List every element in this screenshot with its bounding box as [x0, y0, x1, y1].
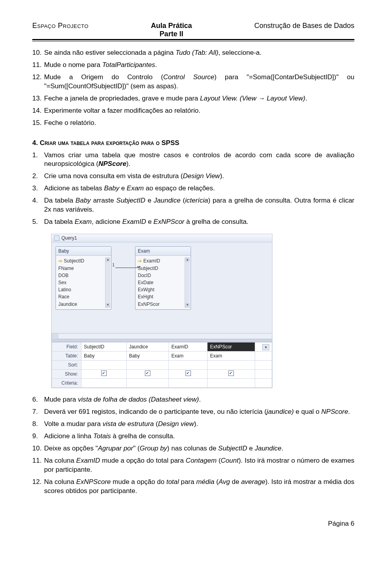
grid-cell[interactable]: Jaundice [126, 342, 169, 352]
grid-cell[interactable] [126, 361, 169, 370]
txt: Deverá ver 691 registos, indicando de o … [44, 408, 354, 417]
page-header: Espaço Projecto Aula Prática Parte II Co… [32, 22, 354, 38]
num: 7. [32, 408, 44, 417]
content: 10.Se ainda não estiver seleccionada a p… [32, 48, 354, 528]
baby-field[interactable]: DOB [58, 272, 104, 279]
access-query-figure: Query1 Baby SubjectID FName DOB Sex Lati… [51, 234, 272, 388]
relationship-line[interactable] [115, 268, 137, 268]
grid-cell[interactable]: Exam [208, 352, 255, 361]
grid-cell[interactable] [82, 379, 127, 388]
grid-cell[interactable] [208, 379, 255, 388]
grid-cell[interactable] [126, 379, 169, 388]
num: 1. [32, 151, 44, 169]
baby-field[interactable]: Sex [58, 279, 104, 286]
grid-cell[interactable] [82, 370, 127, 379]
grid-cell[interactable]: SubjectID [82, 342, 127, 352]
txt: Se ainda não estiver seleccionada a pági… [44, 48, 354, 58]
dropdown-icon[interactable]: ▾ [262, 344, 269, 350]
txt: Mude a Origem do Controlo (Control Sourc… [44, 73, 354, 91]
exam-field[interactable]: ExWght [138, 286, 184, 293]
num: 11. [32, 61, 44, 70]
grid-cell[interactable] [169, 361, 208, 370]
grid-cell[interactable] [255, 379, 272, 388]
h-scrollbar[interactable] [52, 333, 272, 339]
num: 4. [32, 196, 44, 214]
page-footer: Página 6 [32, 519, 354, 528]
grid-cell[interactable] [255, 361, 272, 370]
exam-field[interactable]: ExamID [138, 257, 184, 264]
header-center: Aula Prática Parte II [151, 22, 192, 38]
section-4-title: 4. Criar uma tabela para exportação para… [32, 139, 354, 148]
grid-cell[interactable] [208, 370, 255, 379]
query-tab[interactable]: Query1 [52, 234, 272, 242]
grid-cell[interactable]: ExamID [169, 342, 208, 352]
table-exam-title: Exam [135, 247, 191, 256]
grid-cell[interactable] [169, 370, 208, 379]
splitter[interactable] [52, 339, 272, 342]
txt: Volte a mudar para vista de estrutura (D… [44, 420, 354, 429]
table-baby-title: Baby [56, 247, 111, 256]
exam-field[interactable]: SubjectID [138, 265, 184, 272]
grid-cell[interactable] [255, 370, 272, 379]
txt: Feche o relatório. [44, 119, 354, 128]
baby-field[interactable]: Jaundice [58, 301, 104, 308]
grid-cell[interactable] [208, 361, 255, 370]
table-exam[interactable]: Exam ExamID SubjectID DocID ExDate ExWgh… [135, 246, 191, 310]
header-right: Construção de Bases de Dados [254, 22, 354, 30]
txt: Adicione a linha Totais à grelha de cons… [44, 432, 354, 441]
num: 6. [32, 395, 44, 404]
grid-cell[interactable] [82, 361, 127, 370]
txt: Feche a janela de propriedades, grave e … [44, 94, 354, 103]
scrollbar[interactable]: ▲▼ [105, 257, 110, 307]
scroll-down-icon[interactable]: ▼ [185, 303, 190, 308]
checkbox-icon[interactable] [101, 370, 107, 376]
scrollbar[interactable]: ▲▼ [185, 257, 190, 307]
grid-cell[interactable] [169, 379, 208, 388]
scroll-up-icon[interactable]: ▲ [106, 257, 110, 262]
txt: Da tabela Baby arraste SubjectID e Jaund… [44, 196, 354, 214]
table-baby[interactable]: Baby SubjectID FName DOB Sex Latino Race… [56, 246, 111, 310]
key-icon [138, 259, 142, 263]
baby-field[interactable]: FName [58, 265, 104, 272]
exam-field[interactable]: DocID [138, 272, 184, 279]
grid-label-show: Show: [52, 370, 82, 379]
checkbox-icon[interactable] [185, 370, 191, 376]
scroll-down-icon[interactable]: ▼ [106, 303, 110, 308]
grid-cell[interactable]: Baby [82, 352, 127, 361]
grid-cell[interactable] [126, 370, 169, 379]
checkbox-icon[interactable] [228, 370, 234, 376]
num: 12. [32, 73, 44, 91]
section-bold: SPSS [159, 139, 179, 147]
relationship-pane[interactable]: Baby SubjectID FName DOB Sex Latino Race… [52, 242, 272, 333]
list-b: 1.Vamos criar uma tabela que mostre caso… [32, 151, 354, 227]
num: 5. [32, 218, 44, 227]
num: 15. [32, 119, 44, 128]
grid-cell[interactable]: Baby [126, 352, 169, 361]
exam-field[interactable]: ExDate [138, 279, 184, 286]
grid-cell[interactable]: ▾ [255, 342, 272, 352]
baby-field[interactable]: Latino [58, 286, 104, 293]
query-grid[interactable]: Field: SubjectID Jaundice ExamID ExNPSco… [52, 342, 272, 388]
grid-label-table: Table: [52, 352, 82, 361]
txt: Experimente voltar a fazer modificações … [44, 106, 354, 115]
scroll-up-icon[interactable]: ▲ [185, 257, 190, 262]
txt: Mude para vista de folha de dados (Datas… [44, 395, 354, 404]
num: 14. [32, 106, 44, 115]
num: 3. [32, 184, 44, 193]
key-icon [58, 259, 62, 263]
query-tab-label: Query1 [61, 235, 77, 241]
grid-cell-selected[interactable]: ExNPScor [208, 342, 255, 352]
exam-field[interactable]: ExHght [138, 293, 184, 300]
baby-field[interactable]: Race [58, 293, 104, 300]
checkbox-icon[interactable] [145, 370, 150, 376]
record-selector-icon[interactable] [52, 333, 58, 339]
list-c: 6.Mude para vista de folha de dados (Dat… [32, 395, 354, 495]
grid-cell[interactable] [255, 352, 272, 361]
txt: Mude o nome para TotalParticipantes. [44, 61, 354, 70]
baby-field[interactable]: SubjectID [58, 257, 104, 264]
exam-field[interactable]: ExNPScor [138, 301, 184, 308]
grid-label-sort: Sort: [52, 361, 82, 370]
num: 8. [32, 420, 44, 429]
grid-cell[interactable]: Exam [169, 352, 208, 361]
num: 10. [32, 48, 44, 58]
